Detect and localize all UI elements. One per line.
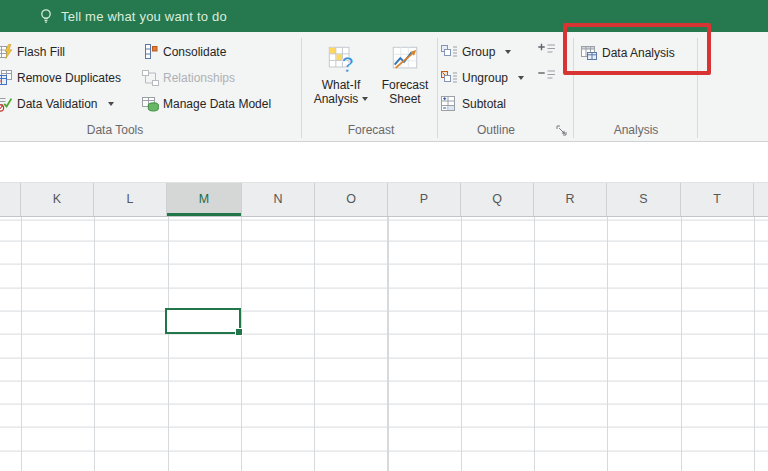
consolidate-button[interactable]: Consolidate — [142, 41, 226, 63]
subtotal-button[interactable]: Subtotal — [441, 93, 506, 115]
ungroup-icon — [441, 70, 458, 86]
outline-dialog-launcher-icon[interactable] — [556, 122, 567, 133]
group-label: Group — [462, 45, 495, 59]
manage-data-model-label: Manage Data Model — [163, 97, 271, 111]
relationships-icon — [142, 70, 159, 86]
excel-window: Tell me what you want to do Flash Fill — [0, 0, 768, 471]
lightbulb-icon — [37, 7, 55, 25]
column-header-partial[interactable] — [754, 183, 768, 216]
sheet-grid[interactable] — [0, 217, 768, 471]
selected-cell[interactable] — [165, 308, 241, 334]
relationships-label: Relationships — [163, 71, 235, 85]
hide-detail-button[interactable] — [538, 69, 556, 84]
show-detail-button[interactable] — [538, 43, 556, 58]
outline-group-label: Outline — [451, 123, 541, 138]
what-if-analysis-dropdown-icon[interactable] — [362, 97, 368, 101]
column-header-partial[interactable] — [0, 183, 21, 216]
forecast-sheet-label-line2: Sheet — [389, 93, 420, 107]
column-header-k[interactable]: K — [21, 183, 94, 216]
tell-me-label[interactable]: Tell me what you want to do — [61, 9, 227, 24]
data-validation-button[interactable]: Data Validation — [0, 93, 114, 115]
column-header-p[interactable]: P — [388, 183, 461, 216]
relationships-button: Relationships — [142, 67, 235, 89]
group-separator — [301, 38, 302, 138]
subtotal-label: Subtotal — [462, 97, 506, 111]
group-dropdown-icon[interactable] — [505, 50, 511, 54]
what-if-analysis-label-line2: Analysis — [314, 93, 359, 107]
remove-duplicates-label: Remove Duplicates — [17, 71, 121, 85]
flash-fill-icon — [0, 44, 13, 60]
ungroup-button[interactable]: Ungroup — [441, 67, 524, 89]
highlight-rectangle — [563, 23, 711, 75]
formula-bar-area[interactable] — [0, 142, 768, 183]
consolidate-label: Consolidate — [163, 45, 226, 59]
ungroup-label: Ungroup — [462, 71, 508, 85]
column-header-n[interactable]: N — [242, 183, 315, 216]
remove-duplicates-icon — [0, 70, 13, 86]
forecast-sheet-label-line1: Forecast — [382, 79, 429, 93]
forecast-group-label: Forecast — [331, 123, 411, 138]
column-header-m-selected[interactable]: M — [167, 183, 242, 216]
group-button[interactable]: Group — [441, 41, 511, 63]
group-icon — [441, 44, 458, 60]
subtotal-icon — [441, 96, 458, 112]
what-if-analysis-label-line1: What-If — [322, 79, 361, 93]
column-header-o[interactable]: O — [315, 183, 388, 216]
data-validation-dropdown-icon[interactable] — [108, 102, 114, 106]
flash-fill-button[interactable]: Flash Fill — [0, 41, 65, 63]
column-header-r[interactable]: R — [534, 183, 607, 216]
analysis-group-label: Analysis — [591, 123, 681, 138]
ungroup-dropdown-icon[interactable] — [518, 76, 524, 80]
flash-fill-label: Flash Fill — [17, 45, 65, 59]
column-headers: K L M N O P Q R S T — [0, 183, 768, 217]
column-header-s[interactable]: S — [607, 183, 681, 216]
what-if-analysis-icon: ? — [326, 44, 356, 74]
manage-data-model-button[interactable]: Manage Data Model — [142, 93, 271, 115]
column-header-l[interactable]: L — [94, 183, 167, 216]
manage-data-model-icon — [142, 96, 159, 112]
remove-duplicates-button[interactable]: Remove Duplicates — [0, 67, 121, 89]
data-validation-label: Data Validation — [17, 97, 98, 111]
data-validation-icon — [0, 96, 13, 112]
data-tools-group-label: Data Tools — [55, 123, 175, 138]
forecast-sheet-icon — [390, 44, 420, 74]
fill-handle[interactable] — [235, 328, 243, 336]
column-header-q[interactable]: Q — [461, 183, 534, 216]
column-header-t[interactable]: T — [681, 183, 754, 216]
group-separator — [437, 38, 438, 138]
consolidate-icon — [142, 44, 159, 60]
svg-text:?: ? — [341, 52, 354, 74]
